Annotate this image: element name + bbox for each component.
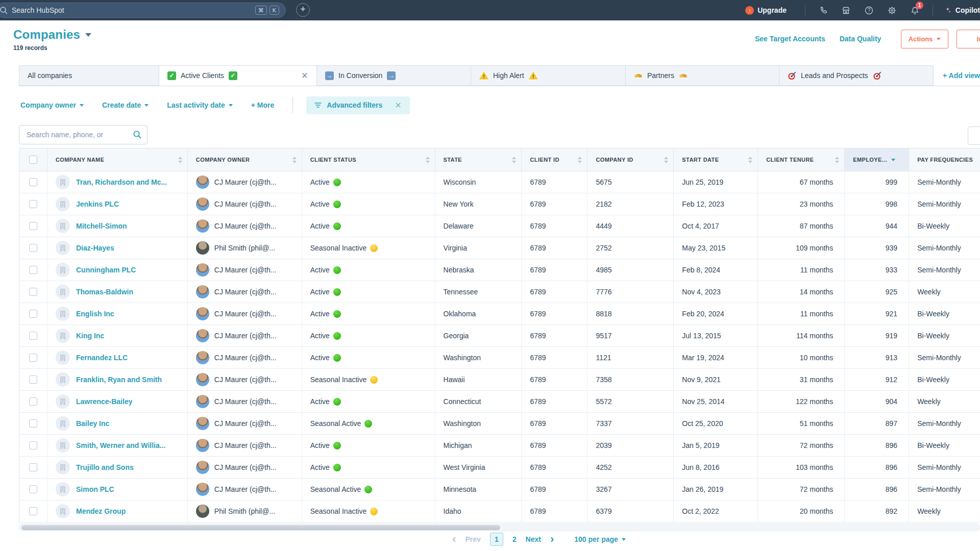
data-quality-link[interactable]: Data Quality bbox=[840, 35, 881, 43]
company-name-link[interactable]: Tran, Richardson and Mc... bbox=[76, 178, 167, 186]
company-name-link[interactable]: Diaz-Hayes bbox=[76, 244, 114, 252]
import-button[interactable]: Import bbox=[957, 30, 980, 48]
more-filters-button[interactable]: + More bbox=[251, 101, 275, 109]
prev-page-button[interactable]: Prev bbox=[465, 535, 480, 543]
view-tab-all-companies[interactable]: All companies bbox=[19, 65, 159, 86]
filter-dropdown-company-owner[interactable]: Company owner bbox=[20, 101, 84, 109]
owner-name: CJ Maurer (cj@th... bbox=[214, 332, 277, 340]
upgrade-button[interactable]: ↑ Upgrade bbox=[745, 6, 787, 15]
next-chevron-icon[interactable]: › bbox=[550, 534, 554, 544]
next-page-button[interactable]: Next bbox=[526, 535, 541, 543]
add-view-button[interactable]: + Add view bbox=[934, 65, 980, 86]
cell-client-tenure: 31 months bbox=[758, 369, 845, 391]
prev-chevron-icon[interactable]: ‹ bbox=[452, 534, 456, 544]
clear-advanced-filters-icon[interactable]: ✕ bbox=[395, 101, 401, 110]
cell-client-tenure: 72 months bbox=[758, 435, 845, 457]
copilot-button[interactable]: Copilot bbox=[944, 6, 980, 15]
company-name-link[interactable]: Fernandez LLC bbox=[76, 354, 128, 362]
column-header-company-name[interactable]: COMPANY NAME bbox=[47, 148, 188, 171]
page-2-button[interactable]: 2 bbox=[512, 535, 517, 543]
table-search-box[interactable] bbox=[19, 125, 148, 144]
company-name-link[interactable]: Lawrence-Bailey bbox=[76, 397, 133, 406]
row-checkbox[interactable] bbox=[29, 310, 37, 318]
owner-name: CJ Maurer (cj@th... bbox=[214, 463, 277, 471]
row-checkbox[interactable] bbox=[29, 507, 37, 515]
column-header-client-id[interactable]: CLIENT ID bbox=[522, 148, 587, 171]
company-name-link[interactable]: Mitchell-Simon bbox=[76, 222, 127, 230]
column-header-start-date[interactable]: START DATE bbox=[674, 148, 758, 171]
owner-name: CJ Maurer (cj@th... bbox=[214, 266, 277, 274]
view-tab-high-alert[interactable]: !High Alert! bbox=[471, 65, 626, 86]
company-name-link[interactable]: Bailey Inc bbox=[76, 419, 109, 428]
column-header-client-tenure[interactable]: CLIENT TENURE bbox=[758, 148, 845, 171]
owner-name: CJ Maurer (cj@th... bbox=[214, 419, 277, 428]
company-name-link[interactable]: Franklin, Ryan and Smith bbox=[76, 375, 162, 384]
phone-icon[interactable] bbox=[812, 6, 835, 15]
row-checkbox[interactable] bbox=[29, 178, 37, 186]
row-checkbox[interactable] bbox=[29, 419, 37, 428]
row-checkbox[interactable] bbox=[29, 200, 37, 208]
column-header-state[interactable]: STATE bbox=[435, 148, 522, 171]
cell-state: Washington bbox=[435, 347, 522, 369]
row-checkbox[interactable] bbox=[29, 485, 37, 493]
scrollbar-handle[interactable] bbox=[21, 525, 500, 530]
view-tab-in-conversion[interactable]: →In Conversion→ bbox=[317, 65, 471, 86]
column-header-client-status[interactable]: CLIENT STATUS bbox=[302, 148, 435, 171]
filter-dropdown-last-activity-date[interactable]: Last activity date bbox=[167, 101, 233, 109]
notifications-bell-icon[interactable]: 1 bbox=[903, 6, 926, 15]
row-checkbox[interactable] bbox=[29, 375, 37, 384]
global-search-input[interactable]: Search HubSpot ⌘ K bbox=[0, 3, 286, 18]
row-checkbox[interactable] bbox=[29, 354, 37, 362]
view-tab-leads-and-prospects[interactable]: Leads and Prospects bbox=[779, 65, 934, 86]
row-checkbox[interactable] bbox=[29, 332, 37, 340]
see-target-accounts-link[interactable]: See Target Accounts bbox=[755, 35, 825, 43]
upgrade-icon: ↑ bbox=[745, 6, 754, 15]
row-checkbox[interactable] bbox=[29, 266, 37, 274]
row-checkbox[interactable] bbox=[29, 288, 37, 296]
close-tab-icon[interactable]: ✕ bbox=[291, 70, 308, 81]
advanced-filters-button[interactable]: Advanced filters✕ bbox=[306, 96, 409, 114]
row-checkbox[interactable] bbox=[29, 441, 37, 449]
row-checkbox[interactable] bbox=[29, 222, 37, 230]
row-select-cell bbox=[19, 369, 47, 391]
help-icon[interactable]: ? bbox=[857, 6, 880, 15]
horizontal-scrollbar[interactable] bbox=[19, 523, 980, 531]
current-page-button[interactable]: 1 bbox=[490, 533, 503, 546]
sort-arrows-icon bbox=[174, 157, 182, 163]
page-title-dropdown[interactable]: Companies bbox=[13, 28, 91, 42]
company-name-link[interactable]: Mendez Group bbox=[76, 507, 126, 515]
column-header-company-owner[interactable]: COMPANY OWNER bbox=[188, 148, 302, 171]
column-header-employe-[interactable]: EMPLOYE... bbox=[845, 148, 909, 171]
company-name-link[interactable]: Smith, Werner and Willia... bbox=[76, 441, 165, 449]
view-tab-partners[interactable]: Partners bbox=[626, 65, 779, 86]
per-page-selector[interactable]: 100 per page bbox=[574, 535, 626, 543]
company-name-link[interactable]: Simon PLC bbox=[76, 485, 114, 493]
table-search-input[interactable] bbox=[26, 130, 133, 139]
status-dot-icon bbox=[333, 266, 341, 274]
company-name-link[interactable]: King Inc bbox=[76, 332, 104, 340]
search-icon bbox=[0, 6, 8, 17]
row-checkbox[interactable] bbox=[29, 463, 37, 471]
company-name-link[interactable]: Cunningham PLC bbox=[76, 266, 136, 274]
cell-company-name: Jenkins PLC bbox=[47, 193, 188, 215]
settings-gear-icon[interactable] bbox=[880, 6, 903, 15]
row-checkbox[interactable] bbox=[29, 397, 37, 406]
row-checkbox[interactable] bbox=[29, 244, 37, 252]
company-name-link[interactable]: Thomas-Baldwin bbox=[76, 288, 133, 296]
filter-dropdown-create-date[interactable]: Create date bbox=[102, 101, 149, 109]
marketplace-icon[interactable] bbox=[835, 6, 857, 15]
column-label: PAY FREQUENCIES bbox=[917, 157, 973, 163]
table-options-button[interactable] bbox=[968, 127, 980, 145]
column-header-pay-frequencies[interactable]: PAY FREQUENCIES bbox=[909, 148, 980, 171]
cell-company-id: 3267 bbox=[587, 479, 674, 500]
svg-text:?: ? bbox=[868, 8, 871, 13]
actions-button[interactable]: Actions bbox=[901, 30, 948, 48]
select-all-checkbox[interactable] bbox=[29, 156, 37, 164]
page-title: Companies bbox=[13, 28, 80, 42]
company-name-link[interactable]: Trujillo and Sons bbox=[76, 463, 134, 471]
column-header-company-id[interactable]: COMPANY ID bbox=[587, 148, 674, 171]
company-name-link[interactable]: English Inc bbox=[76, 310, 114, 318]
company-name-link[interactable]: Jenkins PLC bbox=[76, 200, 119, 208]
view-tab-active-clients[interactable]: ✓Active Clients✓✕ bbox=[159, 65, 317, 86]
create-button[interactable]: + bbox=[296, 3, 310, 17]
